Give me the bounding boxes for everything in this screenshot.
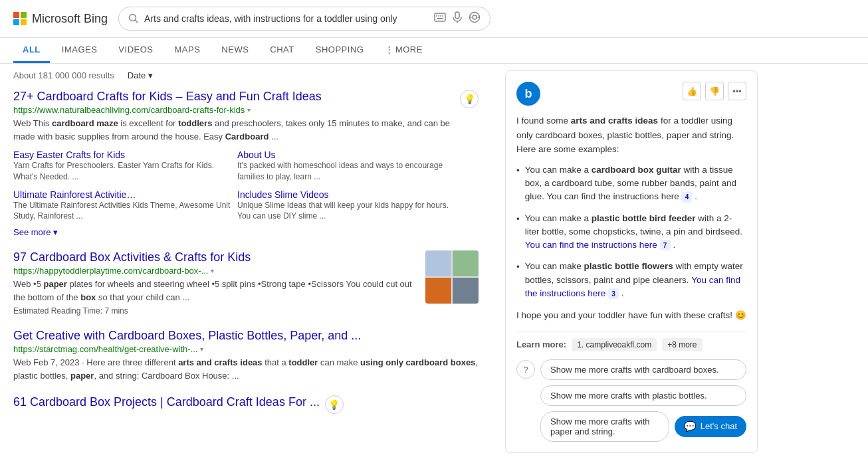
result-2-inner: 97 Cardboard Box Activities & Crafts for… (13, 250, 479, 316)
microsoft-logo (13, 12, 27, 25)
result-snippet-3: Web Feb 7, 2023 · Here are three differe… (13, 356, 479, 382)
result-est-time-2: Estimated Reading Time: 7 mins (13, 306, 416, 316)
result-image-2 (425, 250, 479, 304)
results-meta: About 181 000 000 results Date ▾ (13, 70, 479, 80)
camera-icon[interactable] (469, 11, 481, 26)
suggestion-btn-3[interactable]: Show me more crafts with paper and strin… (540, 411, 669, 442)
ai-intro-text: I found some arts and crafts ideas for a… (516, 114, 746, 157)
svg-rect-8 (455, 12, 459, 19)
source-1[interactable]: 1. campliveoakfl.com (572, 338, 657, 351)
results-count: About 181 000 000 results (13, 70, 114, 80)
see-more-1[interactable]: See more ▾ (13, 227, 455, 237)
ai-card: b 👍 👎 ••• I found some arts and crafts i… (505, 70, 758, 453)
sitelinks-1: Easy Easter Crafts for Kids Yarn Crafts … (13, 149, 455, 222)
suggestion-row-3: Show me more crafts with paper and strin… (516, 411, 746, 442)
chevron-down-icon: ▾ (148, 70, 153, 80)
tab-maps[interactable]: MAPS (165, 38, 209, 63)
search-result-4: 61 Cardboard Box Projects | Cardboard Cr… (13, 395, 479, 414)
tab-all[interactable]: ALL (13, 38, 50, 63)
sitelink-desc-1-4: Unique Slime Ideas that will keep your k… (237, 200, 455, 223)
url-chevron-2-icon: ▾ (211, 267, 214, 274)
bullet-3-link[interactable]: You can find the instructions here (525, 275, 740, 298)
microphone-icon[interactable] (453, 11, 462, 26)
sitelink-desc-1-2: It's packed with homeschool ideas and wa… (237, 160, 455, 183)
sitelink-desc-1-1: Yarn Crafts for Preschoolers. Easter Yar… (13, 160, 231, 183)
suggestion-row-2: Show me more crafts with plastic bottles… (516, 385, 746, 406)
search-result-1: 27+ Cardboard Crafts for Kids – Easy and… (13, 90, 479, 237)
search-input[interactable] (144, 13, 429, 24)
tab-images[interactable]: IMAGES (53, 38, 107, 63)
ai-outro-text: I hope you and your toddler have fun wit… (516, 308, 746, 323)
ai-card-actions: 👍 👎 ••• (683, 82, 746, 100)
header: Microsoft Bing (0, 0, 868, 38)
sitelink-1-1: Easy Easter Crafts for Kids Yarn Crafts … (13, 149, 231, 183)
suggestion-icon-1: ? (516, 360, 535, 379)
sitelink-1-2: About Us It's packed with homeschool ide… (237, 149, 455, 183)
result-title-2[interactable]: 97 Cardboard Box Activities & Crafts for… (13, 250, 416, 264)
search-icon (128, 13, 139, 24)
ai-card-body: I found some arts and crafts ideas for a… (516, 114, 746, 323)
ai-card-header: b 👍 👎 ••• (516, 82, 746, 106)
tab-more[interactable]: ⋮ MORE (376, 38, 432, 63)
sitelink-1-3: Ultimate Rainforest Activitie… The Ultim… (13, 189, 231, 223)
sitelink-desc-1-3: The Ultimate Rainforest Activities Kids … (13, 200, 231, 223)
result-url-2: https://happytoddlerplaytime.com/cardboa… (13, 266, 416, 276)
thumbs-up-button[interactable]: 👍 (683, 82, 701, 100)
sitelink-title-1-4[interactable]: Includes Slime Videos (237, 189, 328, 200)
result-title-1[interactable]: 27+ Cardboard Crafts for Kids – Easy and… (13, 90, 455, 104)
suggestion-btn-1[interactable]: Show me more crafts with cardboard boxes… (540, 359, 746, 380)
suggestion-btn-2[interactable]: Show me more crafts with plastic bottles… (540, 385, 746, 406)
tab-chat[interactable]: CHAT (261, 38, 303, 63)
bing-logo-text: Microsoft Bing (32, 12, 108, 26)
result-title-4[interactable]: 61 Cardboard Box Projects | Cardboard Cr… (13, 395, 320, 409)
thumbs-down-button[interactable]: 👎 (705, 82, 724, 100)
result-url-3: https://starctmag.com/health/get-creativ… (13, 344, 479, 354)
tab-shopping[interactable]: SHOPPING (306, 38, 374, 63)
sitelink-title-1-2[interactable]: About Us (237, 149, 276, 160)
results-column: About 181 000 000 results Date ▾ 27+ Car… (13, 64, 479, 453)
tab-news[interactable]: NEWS (212, 38, 258, 63)
ai-bullet-2: You can make a plastic bottle bird feede… (516, 212, 746, 252)
sitelink-title-1-1[interactable]: Easy Easter Crafts for Kids (13, 149, 125, 160)
search-result-3: Get Creative with Cardboard Boxes, Plast… (13, 329, 479, 382)
more-options-button[interactable]: ••• (728, 82, 746, 100)
main-content: About 181 000 000 results Date ▾ 27+ Car… (0, 64, 868, 453)
suggestion-row-1: ? Show me more crafts with cardboard box… (516, 359, 746, 380)
result-url-1: https://www.naturalbeachliving.com/cardb… (13, 105, 455, 115)
suggestions-section: ? Show me more crafts with cardboard box… (516, 359, 746, 442)
bullet-2-link[interactable]: You can find the instructions here (525, 240, 657, 250)
right-panel: b 👍 👎 ••• I found some arts and crafts i… (505, 64, 758, 453)
more-dots-icon: ⋮ (385, 45, 394, 54)
ai-bullet-3: You can make plastic bottle flowers with… (516, 260, 746, 300)
svg-point-11 (473, 15, 477, 19)
logo-area: Microsoft Bing (13, 12, 108, 26)
cite-badge-3[interactable]: 3 (608, 288, 619, 299)
ai-bullet-list: You can make a cardboard box guitar with… (516, 163, 746, 300)
let-chat-button[interactable]: 💬 Let's chat (675, 416, 746, 437)
cite-badge-4[interactable]: 4 (681, 192, 692, 203)
search-bar[interactable] (118, 7, 490, 31)
cite-badge-7[interactable]: 7 (660, 240, 671, 250)
date-filter[interactable]: Date ▾ (128, 70, 153, 80)
sitelink-1-4: Includes Slime Videos Unique Slime Ideas… (237, 189, 455, 223)
ai-bullet-1: You can make a cardboard box guitar with… (516, 163, 746, 204)
url-chevron-3-icon: ▾ (200, 345, 203, 353)
url-chevron-icon: ▾ (247, 106, 251, 114)
tab-videos[interactable]: VIDEOS (109, 38, 162, 63)
chevron-down-icon: ▾ (53, 227, 58, 237)
lightbulb-btn-1[interactable]: 💡 (460, 90, 479, 108)
sitelink-title-1-3[interactable]: Ultimate Rainforest Activitie… (13, 189, 136, 200)
keyboard-icon[interactable] (434, 13, 446, 25)
search-result-2: 97 Cardboard Box Activities & Crafts for… (13, 250, 479, 316)
learn-more-section: Learn more: 1. campliveoakfl.com +8 more (516, 331, 746, 351)
search-bar-icons (434, 11, 481, 26)
svg-rect-2 (435, 13, 445, 21)
learn-more-label: Learn more: (516, 339, 566, 349)
nav-tabs: ALL IMAGES VIDEOS MAPS NEWS CHAT SHOPPIN… (0, 38, 868, 64)
result-title-3[interactable]: Get Creative with Cardboard Boxes, Plast… (13, 329, 479, 343)
lightbulb-btn-4[interactable]: 💡 (325, 395, 344, 414)
bing-ai-logo: b (516, 82, 540, 106)
source-more[interactable]: +8 more (662, 338, 702, 351)
result-snippet-2: Web •5 paper plates for wheels and steer… (13, 278, 416, 304)
result-snippet-1: Web This cardboard maze is excellent for… (13, 117, 455, 143)
